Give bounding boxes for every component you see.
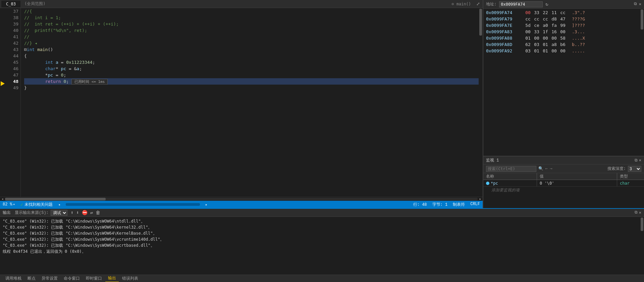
memory-close-btn[interactable]: ✕ xyxy=(639,2,641,7)
mem-addr-5: 0x0099FA8D xyxy=(486,41,523,48)
output-line-4: "C_03.exe" (Win32): 已加载 "C:\Windows\SysW… xyxy=(3,242,637,248)
editor-memory-row: C_03 (全局范围) ⊙ main() ⤢ 37 38 39 40 xyxy=(0,0,644,208)
watch-col-type: 类型 xyxy=(617,173,644,180)
address-input[interactable] xyxy=(499,1,543,7)
memory-pin-btn[interactable]: ⧉ xyxy=(634,2,637,7)
search-icon[interactable]: 🔍 xyxy=(538,166,543,171)
tab-errorlist[interactable]: 错误列表 xyxy=(119,275,141,282)
mem-addr-2: 0x0099FA7E xyxy=(486,22,523,29)
code-line-44: { xyxy=(24,53,479,59)
memory-row-0: 0x0099FA74 00 33 22 11 cc .3".? xyxy=(483,9,640,16)
scroll-right-btn[interactable]: ▸ xyxy=(205,202,208,207)
search-depth-label: 搜索深度: xyxy=(607,166,626,172)
scroll-left-btn[interactable]: ◂ xyxy=(58,202,60,207)
row-indicator: 行: 48 xyxy=(413,202,427,207)
output-btn-2[interactable]: ⬇ xyxy=(75,210,79,216)
watch-header: 监视 1 ⧉ ✕ xyxy=(483,156,644,164)
output-content: "C_03.exe" (Win32): 已加载 "C:\Windows\SysW… xyxy=(0,217,644,275)
editor-hscrollbar-area: ◂ ▸ xyxy=(0,197,483,201)
mem-addr: 0x0099FA74 xyxy=(486,9,523,16)
current-line-arrow xyxy=(1,81,5,86)
watch-cell-name-pc: *pc xyxy=(483,180,537,186)
tab-immediate[interactable]: 即时窗口 xyxy=(83,275,105,282)
mem-addr-4: 0x0099FA88 xyxy=(486,35,523,41)
output-btn-3[interactable]: ⛔ xyxy=(81,210,88,216)
output-close-btn[interactable]: ✕ xyxy=(639,210,641,215)
output-scrollbar[interactable] xyxy=(640,217,644,275)
mem-byte-33: 33 xyxy=(533,9,540,16)
zoom-control[interactable]: 82 % ▾ xyxy=(3,202,15,207)
line-numbers: 37 38 39 40 41 42 43 44 45 46 47 48 49 xyxy=(6,8,21,197)
editor-panel: C_03 (全局范围) ⊙ main() ⤢ 37 38 39 40 xyxy=(0,0,483,208)
gutter xyxy=(0,8,6,197)
mem-chars-6: ..... xyxy=(572,48,585,54)
watch-close-btn[interactable]: ✕ xyxy=(639,158,641,163)
search-next-btn[interactable]: → xyxy=(550,167,552,171)
tab-output-bottom[interactable]: 输出 xyxy=(105,275,119,282)
output-source-select[interactable]: 调试 xyxy=(51,210,67,216)
status-bar-right: 行: 48 字节: 1 制表符 CRLF xyxy=(413,202,480,207)
status-bar: 82 % ▾ ✓ 未找到相关问题 ◂ ▸ 行: 48 字节: 1 制表符 CRL… xyxy=(0,201,483,208)
tab-breakpoints[interactable]: 断点 xyxy=(25,275,38,282)
tab-c03[interactable]: C_03 xyxy=(1,1,20,7)
editor-scrollbar[interactable] xyxy=(479,8,483,197)
watch-pin-btn[interactable]: ⧉ xyxy=(635,158,638,163)
search-depth-select[interactable]: 3 xyxy=(628,166,641,172)
output-tab-bar: 输出 显示输出来源(S): 调试 ⬆ ⬇ ⛔ ⇌ 🗑 ⧉ ✕ xyxy=(0,209,644,217)
code-line-49: } xyxy=(24,85,479,91)
mem-chars-1: ????G xyxy=(572,16,585,22)
code-line-37: //{ xyxy=(24,8,479,14)
status-ok-indicator: ✓ 未找到相关问题 xyxy=(20,202,53,207)
code-line-42: //} ◂ xyxy=(24,40,479,46)
app-root: C_03 (全局范围) ⊙ main() ⤢ 37 38 39 40 xyxy=(0,0,644,282)
tab-exceptions[interactable]: 异常设置 xyxy=(39,275,60,282)
output-line-5: 线程 0x4f34 已退出，返回值为 0 (0x0)。 xyxy=(3,248,637,254)
right-panels: 地址: ↻ ⧉ ✕ 0x0099FA74 00 3 xyxy=(483,0,644,208)
search-prev-btn[interactable]: ← xyxy=(545,167,548,171)
watch-col-name: 名称 xyxy=(483,173,537,180)
tooltip-used-time: 已用时间 <= 1ms xyxy=(71,79,108,85)
output-btn-wrap[interactable]: ⇌ xyxy=(90,210,94,216)
memory-content: 0x0099FA74 00 33 22 11 cc .3".? 0x0099FA… xyxy=(483,9,644,156)
memory-row-3: 0x0099FA83 00 33 1f 16 00 .3... xyxy=(483,29,640,35)
watch-panel: 监视 1 ⧉ ✕ 🔍 ← → 搜索深度: 3 名称 xyxy=(483,156,644,208)
watch-search-bar: 🔍 ← → 搜索深度: 3 xyxy=(483,164,644,173)
mem-chars-2: ]???? xyxy=(572,22,585,29)
output-btn-clear[interactable]: 🗑 xyxy=(95,210,101,216)
watch-row-pc: *pc 0 '\0' char xyxy=(483,180,644,187)
code-area[interactable]: //{ // int i = 1; // int ret = (++i) + (… xyxy=(21,8,479,197)
code-line-39: // int ret = (++i) + (++i) + (++i); xyxy=(24,21,479,27)
address-label: 地址: xyxy=(486,1,496,7)
tab-callstack[interactable]: 调用堆栈 xyxy=(3,275,24,282)
output-line-3: "C_03.exe" (Win32): 已加载 "C:\Windows\SysW… xyxy=(3,236,637,242)
expand-icon[interactable]: ⤢ xyxy=(475,1,481,7)
output-action-buttons: ⬆ ⬇ ⛔ ⇌ 🗑 xyxy=(70,210,101,216)
output-btn-1[interactable]: ⬆ xyxy=(70,210,74,216)
mem-addr-1: 0x0099FA79 xyxy=(486,16,523,22)
mem-byte-cc0: cc xyxy=(559,9,567,16)
code-line-43: ⊟int main() xyxy=(24,46,479,53)
memory-scrollbar[interactable] xyxy=(640,9,644,156)
mem-chars-5: b..?? xyxy=(572,41,585,48)
memory-panel: 地址: ↻ ⧉ ✕ 0x0099FA74 00 3 xyxy=(483,0,644,156)
refresh-memory-btn[interactable]: ↻ xyxy=(545,1,548,7)
watch-add-hint[interactable]: 添加要监视的项 xyxy=(483,187,644,193)
watch-search-input[interactable] xyxy=(486,166,536,172)
code-line-48: return 0;已用时间 <= 1ms xyxy=(24,78,479,85)
mem-byte-11: 11 xyxy=(550,9,558,16)
output-pin-btn[interactable]: ⧉ xyxy=(635,210,638,215)
tab-command[interactable]: 命令窗口 xyxy=(61,275,83,282)
bottom-area: 输出 显示输出来源(S): 调试 ⬆ ⬇ ⛔ ⇌ 🗑 ⧉ ✕ "C_ xyxy=(0,208,644,282)
output-source-label: 显示输出来源(S): xyxy=(15,210,49,216)
output-panel-controls: ⧉ ✕ xyxy=(635,210,641,215)
memory-row-4: 0x0099FA88 01 00 00 00 58 ....X xyxy=(483,35,640,41)
scroll-bar-placeholder[interactable] xyxy=(66,203,200,206)
output-panel-title: 输出 xyxy=(3,210,11,216)
watch-cell-type-pc: char xyxy=(617,180,644,186)
output-source-controls: 显示输出来源(S): 调试 xyxy=(15,210,67,216)
code-line-41: // xyxy=(24,34,479,40)
mem-byte-22: 22 xyxy=(542,9,549,16)
memory-row-2: 0x0099FA7E 5d ce a0 fa 99 ]???? xyxy=(483,22,640,29)
watch-cell-val-pc: 0 '\0' xyxy=(537,180,617,186)
output-line-2: "C_03.exe" (Win32): 已加载 "C:\Windows\SysW… xyxy=(3,230,637,236)
